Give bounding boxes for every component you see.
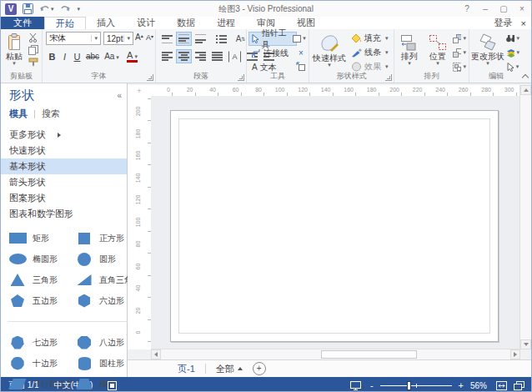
send-to-back-button[interactable] bbox=[453, 47, 466, 58]
macro-record-button[interactable] bbox=[100, 381, 124, 390]
maximize-button[interactable]: ▢ bbox=[494, 2, 513, 16]
close-button[interactable]: × bbox=[513, 2, 531, 16]
arrange-button[interactable]: 排列 ▾ bbox=[396, 31, 423, 66]
language-status[interactable]: 中文(中国) bbox=[47, 379, 101, 391]
tab-插入[interactable]: 插入 bbox=[86, 17, 126, 29]
font-size-combo[interactable]: 12pt▾ bbox=[103, 32, 133, 45]
switch-windows-button[interactable] bbox=[511, 381, 531, 390]
shape-pentagon[interactable]: 五边形 bbox=[8, 294, 74, 308]
align-top-button[interactable] bbox=[159, 32, 175, 46]
tab-开始[interactable]: 开始 bbox=[44, 17, 86, 29]
position-button[interactable]: 位置 ▾ bbox=[424, 31, 451, 66]
copy-button[interactable] bbox=[27, 44, 40, 56]
paste-button[interactable]: 粘贴 ▾ bbox=[3, 31, 26, 66]
paste-dropdown-caret[interactable]: ▾ bbox=[13, 61, 16, 66]
scroll-down-button[interactable] bbox=[520, 339, 531, 349]
shape-decagon[interactable]: 十边形 bbox=[8, 356, 74, 370]
zoom-out-button[interactable]: - bbox=[369, 380, 375, 390]
font-name-combo[interactable]: 宋体▾ bbox=[46, 32, 101, 45]
close-document-icon[interactable]: × bbox=[521, 18, 526, 28]
help-button[interactable]: ? bbox=[458, 2, 476, 16]
horizontal-scrollbar[interactable] bbox=[151, 349, 520, 359]
find-button[interactable] bbox=[506, 33, 519, 44]
justify-button[interactable] bbox=[209, 49, 225, 63]
scroll-left-button[interactable] bbox=[151, 349, 161, 359]
text-direction-button[interactable]: A bbox=[228, 51, 241, 63]
customize-qat-button[interactable]: ▾ bbox=[77, 6, 81, 13]
undo-button[interactable]: ▾ bbox=[39, 4, 54, 13]
drawing-page[interactable] bbox=[170, 110, 499, 342]
minimize-button[interactable]: – bbox=[476, 2, 494, 16]
tab-数据[interactable]: 数据 bbox=[166, 17, 206, 29]
font-color-button[interactable]: A bbox=[127, 50, 138, 63]
align-middle-button[interactable] bbox=[176, 32, 192, 46]
strikethrough-button[interactable]: abc bbox=[83, 52, 102, 61]
tab-file[interactable]: 文件 bbox=[1, 17, 44, 29]
stencil-item-图表和数学图形[interactable]: 图表和数学图形 bbox=[1, 206, 127, 222]
stencil-item-快速形状[interactable]: 快速形状 bbox=[1, 143, 127, 158]
v-ruler-tick-label: 80 bbox=[135, 237, 141, 252]
collapse-ribbon-button[interactable] bbox=[523, 73, 529, 79]
collapse-panel-icon[interactable]: « bbox=[117, 91, 122, 100]
format-painter-button[interactable] bbox=[27, 57, 40, 68]
italic-button[interactable]: I bbox=[58, 52, 71, 62]
zoom-in-button[interactable]: + bbox=[457, 380, 465, 390]
more-shapes-item[interactable]: 更多形状 bbox=[1, 127, 127, 143]
sign-in-link[interactable]: 登录 bbox=[494, 17, 513, 29]
stencil-item-图案形状[interactable]: 图案形状 bbox=[1, 190, 127, 206]
grow-font-button[interactable]: A▴ bbox=[135, 33, 143, 42]
align-right-button[interactable] bbox=[193, 49, 208, 63]
tab-stencils[interactable]: 模具 bbox=[9, 108, 34, 120]
bring-to-front-button[interactable] bbox=[453, 33, 466, 44]
bullets-button[interactable] bbox=[213, 32, 229, 46]
undo-dropdown-caret[interactable]: ▾ bbox=[51, 6, 54, 13]
text-block-tool-button[interactable] bbox=[294, 60, 307, 72]
shrink-font-button[interactable]: A▾ bbox=[146, 33, 153, 42]
shape-styles-dialog-launcher[interactable] bbox=[385, 74, 392, 81]
presentation-mode-button[interactable] bbox=[343, 381, 369, 390]
connection-point-tool-button[interactable]: × bbox=[294, 47, 308, 58]
tab-进程[interactable]: 进程 bbox=[206, 17, 246, 29]
save-button[interactable] bbox=[23, 3, 33, 14]
horizontal-scroll-thumb[interactable] bbox=[321, 350, 417, 359]
page-tab[interactable]: 页-1 bbox=[178, 363, 195, 375]
underline-button[interactable]: U bbox=[71, 52, 83, 62]
tab-设计[interactable]: 设计 bbox=[126, 17, 166, 29]
zoom-slider-handle[interactable] bbox=[407, 381, 411, 390]
font-dialog-launcher[interactable] bbox=[147, 74, 153, 81]
zoom-percent[interactable]: 56% bbox=[465, 381, 492, 390]
drawing-viewport[interactable] bbox=[151, 96, 520, 349]
layers-button[interactable] bbox=[506, 47, 519, 58]
quick-styles-button[interactable]: 快速样式 ▾ bbox=[311, 31, 348, 68]
rectangle-tool-button[interactable] bbox=[293, 33, 306, 44]
fill-button[interactable]: 填充 bbox=[351, 33, 389, 44]
shape-rect[interactable]: 矩形 bbox=[8, 231, 74, 245]
all-pages-button[interactable]: 全部 bbox=[216, 363, 243, 375]
bold-button[interactable]: B bbox=[46, 52, 58, 62]
zoom-slider[interactable] bbox=[380, 385, 452, 386]
scroll-right-button[interactable] bbox=[510, 349, 520, 359]
tab-search[interactable]: 搜索 bbox=[42, 108, 67, 120]
cut-button[interactable] bbox=[27, 32, 40, 43]
visio-logo-icon[interactable]: V bbox=[5, 3, 17, 15]
stencil-item-箭头形状[interactable]: 箭头形状 bbox=[1, 174, 127, 190]
vertical-scrollbar[interactable] bbox=[519, 85, 531, 349]
line-button[interactable]: 线条 bbox=[351, 47, 389, 58]
pointer-tool-button[interactable]: 指针工具 bbox=[248, 32, 297, 46]
paragraph-dialog-launcher[interactable] bbox=[238, 74, 244, 81]
redo-button[interactable] bbox=[60, 4, 71, 13]
fit-page-button[interactable] bbox=[492, 381, 511, 390]
change-case-button[interactable]: Aa bbox=[102, 52, 122, 61]
scroll-up-button[interactable] bbox=[520, 85, 531, 95]
connector-tool-button[interactable]: 连接线 bbox=[248, 46, 297, 60]
align-bottom-button[interactable] bbox=[193, 32, 208, 46]
format-painter-icon bbox=[28, 58, 38, 68]
shape-heptagon[interactable]: 七边形 bbox=[8, 335, 74, 349]
align-center-button[interactable] bbox=[176, 49, 192, 63]
change-shape-button[interactable]: 更改形状 ▾ bbox=[470, 31, 505, 66]
stencil-item-基本形状[interactable]: 基本形状 bbox=[1, 158, 127, 174]
insert-page-button[interactable]: + bbox=[253, 362, 266, 375]
shape-triangle[interactable]: 三角形 bbox=[8, 273, 74, 287]
shape-ellipse[interactable]: 椭圆形 bbox=[8, 252, 74, 266]
align-left-button[interactable] bbox=[159, 49, 175, 63]
